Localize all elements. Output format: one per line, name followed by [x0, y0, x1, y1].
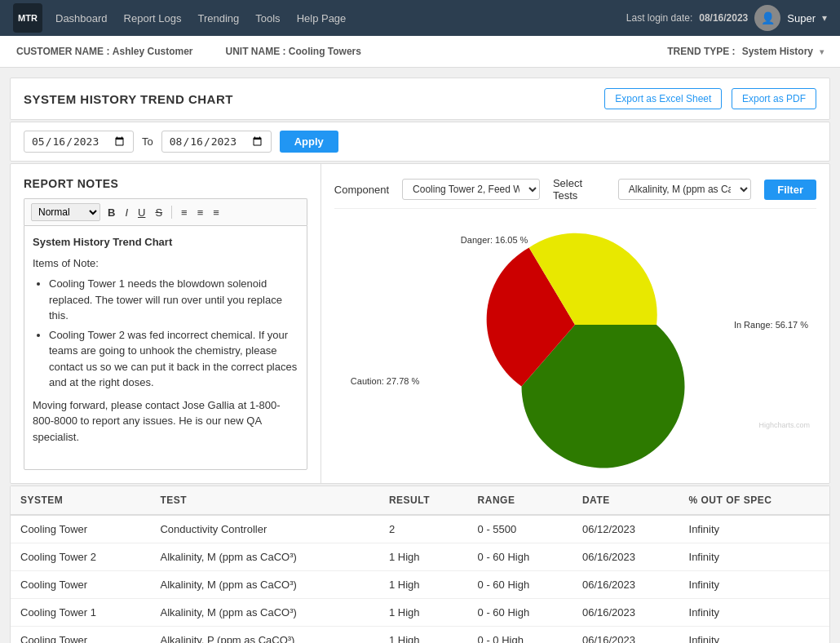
- table-header: SYSTEM TEST RESULT RANGE DATE % OUT OF S…: [11, 486, 829, 515]
- col-out-of-spec: % OUT OF SPEC: [679, 486, 829, 515]
- table-body: Cooling TowerConductivity Controller20 -…: [11, 515, 829, 643]
- toolbar-ol-button[interactable]: ≡: [179, 206, 190, 220]
- editor-items-label: Items of Note:: [33, 255, 298, 272]
- trend-field: TREND TYPE : System History ▾: [667, 46, 824, 57]
- chart-panel: Component Cooling Tower 2, Feed W... Sel…: [321, 164, 829, 483]
- nav-logo: MTR: [13, 3, 42, 33]
- cell-test: Alkalinity, M (ppm as CaCO³): [150, 571, 378, 599]
- toolbar-indent-button[interactable]: ≡: [210, 206, 222, 220]
- cell-date: 06/16/2023: [573, 571, 679, 599]
- customer-label: CUSTOMER NAME :: [16, 46, 109, 57]
- data-table-section: SYSTEM TEST RESULT RANGE DATE % OUT OF S…: [10, 486, 830, 643]
- table-row: Cooling Tower 2Alkalinity, M (ppm as CaC…: [11, 543, 829, 571]
- pie-chart-svg: [436, 219, 714, 431]
- cell-range: 0 - 5500: [468, 515, 573, 543]
- col-test: TEST: [150, 486, 378, 515]
- cell-range: 0 - 60 High: [468, 571, 573, 599]
- main-content: SYSTEM HISTORY TREND CHART Export as Exc…: [0, 78, 840, 643]
- cell-out_of_spec: Infinity: [679, 599, 829, 627]
- cell-range: 0 - 0 High: [468, 627, 573, 644]
- toolbar-italic-button[interactable]: I: [122, 206, 130, 220]
- editor-toolbar: Normal Heading 1 Heading 2 B I U S ≡ ≡ ≡: [24, 198, 307, 225]
- cell-range: 0 - 60 High: [468, 599, 573, 627]
- cell-date: 06/16/2023: [573, 599, 679, 627]
- chart-title: SYSTEM HISTORY TREND CHART: [24, 92, 233, 106]
- table-row: Cooling TowerAlkalinity, M (ppm as CaCO³…: [11, 571, 829, 599]
- cell-system: Cooling Tower: [11, 571, 150, 599]
- customer-field: CUSTOMER NAME : Ashley Customer: [16, 46, 193, 57]
- pie-chart-container: Danger: 16.05 % Caution: 27.78 % In Rang…: [334, 219, 816, 431]
- style-select[interactable]: Normal Heading 1 Heading 2: [31, 203, 100, 221]
- toolbar-separator: [171, 206, 172, 219]
- content-area: SYSTEM HISTORY TREND CHART Export as Exc…: [10, 78, 830, 643]
- notes-panel: REPORT NOTES Normal Heading 1 Heading 2 …: [11, 164, 321, 483]
- nav-trending[interactable]: Trending: [197, 12, 239, 24]
- col-system: SYSTEM: [11, 486, 150, 515]
- data-table: SYSTEM TEST RESULT RANGE DATE % OUT OF S…: [11, 486, 829, 643]
- from-date-input[interactable]: [24, 131, 134, 153]
- component-select[interactable]: Cooling Tower 2, Feed W...: [402, 179, 540, 200]
- test-select[interactable]: Alkalinity, M (ppm as Ca...: [618, 179, 751, 200]
- to-date-input[interactable]: [161, 131, 272, 153]
- cell-result: 1 High: [379, 571, 468, 599]
- nav-links: Dashboard Report Logs Trending Tools Hel…: [55, 12, 626, 24]
- notes-title: REPORT NOTES: [24, 177, 307, 190]
- highcharts-credit: Highcharts.com: [758, 421, 810, 429]
- cell-result: 1 High: [379, 627, 468, 644]
- last-login-date: 08/16/2023: [699, 12, 748, 24]
- nav-dashboard[interactable]: Dashboard: [55, 12, 108, 24]
- table-row: Cooling Tower 1Alkalinity, M (ppm as CaC…: [11, 599, 829, 627]
- trend-dropdown-arrow[interactable]: ▾: [820, 47, 824, 56]
- toolbar-underline-button[interactable]: U: [135, 206, 148, 220]
- editor-body[interactable]: System History Trend Chart Items of Note…: [24, 225, 307, 470]
- cell-out_of_spec: Infinity: [679, 515, 829, 543]
- table-row: Cooling TowerConductivity Controller20 -…: [11, 515, 829, 543]
- cell-system: Cooling Tower: [11, 515, 150, 543]
- cell-result: 1 High: [379, 543, 468, 571]
- cell-date: 06/12/2023: [573, 515, 679, 543]
- nav-report-logs[interactable]: Report Logs: [124, 12, 182, 24]
- editor-bullets: Cooling Tower 1 needs the blowdown solen…: [49, 276, 298, 391]
- cell-result: 2: [379, 515, 468, 543]
- user-dropdown-arrow[interactable]: ▾: [822, 12, 827, 24]
- chart-header: SYSTEM HISTORY TREND CHART Export as Exc…: [10, 78, 830, 120]
- nav-username[interactable]: Super: [787, 12, 816, 24]
- unit-label: UNIT NAME :: [226, 46, 286, 57]
- trend-label: TREND TYPE :: [667, 46, 735, 57]
- export-excel-button[interactable]: Export as Excel Sheet: [604, 88, 722, 109]
- cell-test: Conductivity Controller: [150, 515, 378, 543]
- nav-right: Last login date: 08/16/2023 👤 Super ▾: [626, 5, 827, 31]
- component-label: Component: [334, 184, 389, 196]
- cell-test: Alkalinity, M (ppm as CaCO³): [150, 543, 378, 571]
- cell-range: 0 - 60 High: [468, 543, 573, 571]
- table-row: Cooling TowerAlkalinity, P (ppm as CaCO³…: [11, 627, 829, 644]
- export-pdf-button[interactable]: Export as PDF: [732, 88, 816, 109]
- cell-test: Alkalinity, M (ppm as CaCO³): [150, 599, 378, 627]
- cell-system: Cooling Tower 1: [11, 599, 150, 627]
- cell-system: Cooling Tower 2: [11, 543, 150, 571]
- col-date: DATE: [573, 486, 679, 515]
- nav-tools[interactable]: Tools: [255, 12, 280, 24]
- cell-result: 1 High: [379, 599, 468, 627]
- top-nav: MTR Dashboard Report Logs Trending Tools…: [0, 0, 840, 36]
- filter-button[interactable]: Filter: [764, 180, 816, 200]
- unit-name: Cooling Towers: [289, 46, 361, 57]
- editor-footer: Moving forward, please contact Jose Gall…: [33, 397, 298, 446]
- chart-panel-header: Component Cooling Tower 2, Feed W... Sel…: [334, 177, 816, 209]
- col-range: RANGE: [468, 486, 573, 515]
- test-label: Select Tests: [553, 177, 605, 202]
- cell-date: 06/16/2023: [573, 543, 679, 571]
- header-bar: CUSTOMER NAME : Ashley Customer UNIT NAM…: [0, 36, 840, 68]
- user-avatar: 👤: [754, 5, 780, 31]
- editor-bullet-2: Cooling Tower 2 was fed incorrect chemic…: [49, 327, 298, 391]
- date-filter: To Apply: [10, 122, 830, 162]
- unit-field: UNIT NAME : Cooling Towers: [226, 46, 361, 57]
- apply-button[interactable]: Apply: [280, 131, 338, 153]
- toolbar-bold-button[interactable]: B: [105, 206, 117, 220]
- toolbar-ul-button[interactable]: ≡: [195, 206, 206, 220]
- toolbar-strikethrough-button[interactable]: S: [153, 206, 165, 220]
- nav-help-page[interactable]: Help Page: [297, 12, 347, 24]
- export-buttons: Export as Excel Sheet Export as PDF: [598, 88, 816, 109]
- inrange-label: In Range: 56.17 %: [734, 320, 808, 330]
- editor-bullet-1: Cooling Tower 1 needs the blowdown solen…: [49, 276, 298, 324]
